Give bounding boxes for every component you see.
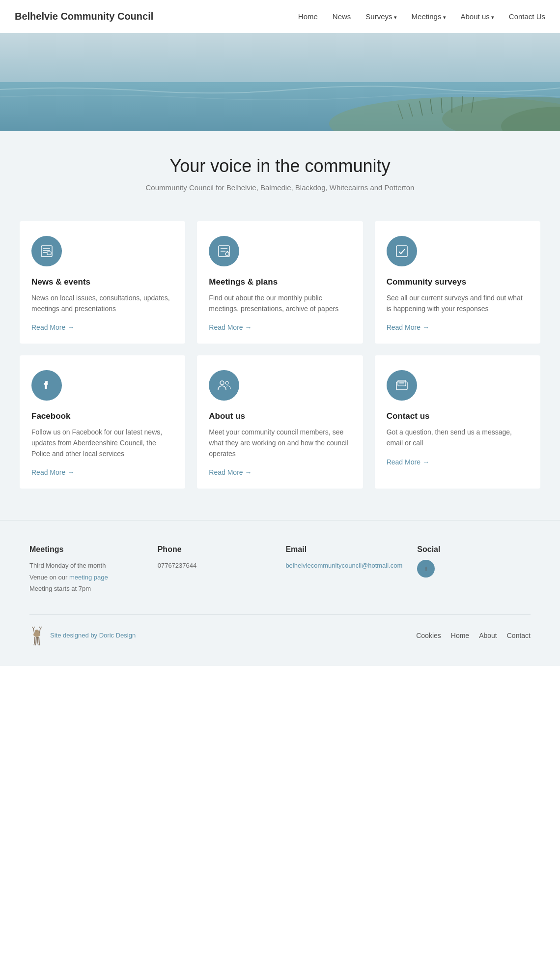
hero-image [0, 33, 560, 131]
card-about-title: About us [209, 411, 351, 421]
card-facebook-link[interactable]: Read More → [31, 468, 74, 476]
people-icon [217, 378, 231, 393]
deer-icon [29, 625, 44, 646]
svg-line-34 [39, 629, 40, 634]
svg-point-25 [220, 381, 224, 385]
svg-point-26 [225, 381, 228, 384]
card-contact: Contact us Got a question, then send us … [375, 355, 540, 489]
footer-brand: Site designed by Doric Design [29, 625, 136, 646]
surveys-icon-wrap [387, 236, 417, 266]
card-facebook-desc: Follow us on Facebook for our latest new… [31, 427, 173, 459]
navbar: Belhelvie Community Council Home News Su… [0, 0, 560, 33]
tagline-section: Your voice in the community Coummunity C… [0, 131, 560, 211]
nav-item-home[interactable]: Home [298, 12, 318, 21]
footer-link-about[interactable]: About [479, 632, 497, 639]
nav-item-contact[interactable]: Contact Us [509, 12, 545, 21]
news-icon [39, 244, 54, 259]
meetings-icon [217, 244, 231, 259]
svg-text:f: f [44, 380, 48, 391]
footer: Meetings Third Monday of the month Venue… [0, 520, 560, 665]
card-meetings-link[interactable]: Read More → [209, 323, 252, 331]
footer-meetings-line3: Meeting starts at 7pm [29, 583, 143, 594]
svg-line-41 [36, 637, 36, 643]
nav-link-meetings[interactable]: Meetings [412, 12, 442, 21]
card-surveys-desc: See all our current surveys and find out… [387, 293, 529, 314]
footer-nav-links: Cookies Home About Contact [416, 632, 531, 639]
card-meetings-title: Meetings & plans [209, 277, 351, 287]
footer-email: Email belhelviecommunitycouncil@hotmail.… [285, 545, 402, 594]
footer-facebook-link[interactable]: f [417, 560, 435, 578]
nav-item-surveys[interactable]: Surveys [365, 12, 396, 21]
tagline-heading: Your voice in the community [10, 156, 550, 176]
card-surveys-link[interactable]: Read More → [387, 323, 429, 331]
footer-meetings: Meetings Third Monday of the month Venue… [29, 545, 143, 594]
cards-row-1: News & events News on local issues, cons… [20, 221, 540, 344]
card-meetings-desc: Find out about the our monthly public me… [209, 293, 351, 314]
footer-meetings-heading: Meetings [29, 545, 143, 554]
svg-line-42 [37, 637, 38, 643]
nav-brand: Belhelvie Community Council [15, 11, 298, 22]
nav-item-about[interactable]: About us [461, 12, 494, 21]
card-news-link[interactable]: Read More → [31, 323, 74, 331]
footer-social-heading: Social [417, 545, 531, 554]
svg-line-32 [32, 627, 33, 629]
nav-item-meetings[interactable]: Meetings [412, 12, 446, 21]
card-news-desc: News on local issues, consultations, upd… [31, 293, 173, 314]
facebook-icon-wrap: f [31, 370, 62, 401]
footer-meetings-line2: Venue on our meeting page [29, 572, 143, 583]
svg-line-46 [38, 643, 38, 645]
svg-rect-13 [41, 246, 52, 257]
facebook-icon: f [39, 378, 54, 393]
svg-rect-17 [47, 252, 51, 255]
svg-point-39 [36, 631, 37, 632]
nav-link-about[interactable]: About us [461, 12, 490, 21]
svg-line-45 [35, 643, 36, 645]
news-icon-wrap [31, 236, 62, 266]
card-news: News & events News on local issues, cons… [20, 221, 185, 344]
svg-rect-23 [396, 246, 407, 257]
footer-phone: Phone 07767237644 [158, 545, 271, 594]
card-news-title: News & events [31, 277, 173, 287]
card-contact-title: Contact us [387, 411, 529, 421]
svg-line-31 [33, 629, 34, 634]
svg-point-38 [35, 630, 39, 634]
card-surveys-title: Community surveys [387, 277, 529, 287]
nav-link-home[interactable]: Home [298, 12, 318, 21]
footer-email-heading: Email [285, 545, 402, 554]
nav-link-surveys[interactable]: Surveys [365, 12, 392, 21]
meeting-page-link[interactable]: meeting page [69, 574, 108, 581]
footer-phone-heading: Phone [158, 545, 271, 554]
nav-link-contact[interactable]: Contact Us [509, 12, 545, 21]
card-about-desc: Meet your community council members, see… [209, 427, 351, 459]
footer-email-address[interactable]: belhelviecommunitycouncil@hotmail.com [285, 562, 402, 569]
svg-line-40 [34, 637, 35, 643]
meetings-icon-wrap [209, 236, 239, 266]
about-icon-wrap [209, 370, 239, 401]
card-facebook-title: Facebook [31, 411, 173, 421]
svg-point-21 [225, 253, 228, 256]
hero-svg [0, 33, 560, 131]
svg-rect-28 [398, 380, 406, 386]
page-spacer [0, 666, 560, 954]
cards-row-2: f Facebook Follow us on Facebook for our… [20, 355, 540, 489]
nav-link-news[interactable]: News [333, 12, 351, 21]
cards-section: News & events News on local issues, cons… [0, 211, 560, 520]
footer-social: Social f [417, 545, 531, 594]
footer-link-home[interactable]: Home [451, 632, 469, 639]
contact-icon [394, 378, 409, 393]
footer-bottom: Site designed by Doric Design Cookies Ho… [29, 614, 531, 646]
card-about: About us Meet your community council mem… [197, 355, 363, 489]
card-surveys: Community surveys See all our current su… [375, 221, 540, 344]
footer-link-contact[interactable]: Contact [507, 632, 531, 639]
designer-link[interactable]: Site designed by Doric Design [50, 632, 136, 639]
card-about-link[interactable]: Read More → [209, 468, 252, 476]
footer-link-cookies[interactable]: Cookies [416, 632, 441, 639]
footer-phone-number: 07767237644 [158, 560, 271, 571]
contact-icon-wrap [387, 370, 417, 401]
nav-item-news[interactable]: News [333, 12, 351, 21]
nav-links: Home News Surveys Meetings About us Cont… [298, 12, 545, 21]
surveys-icon [394, 244, 409, 259]
svg-line-47 [39, 643, 40, 645]
svg-line-44 [34, 643, 34, 645]
card-contact-link[interactable]: Read More → [387, 458, 429, 466]
